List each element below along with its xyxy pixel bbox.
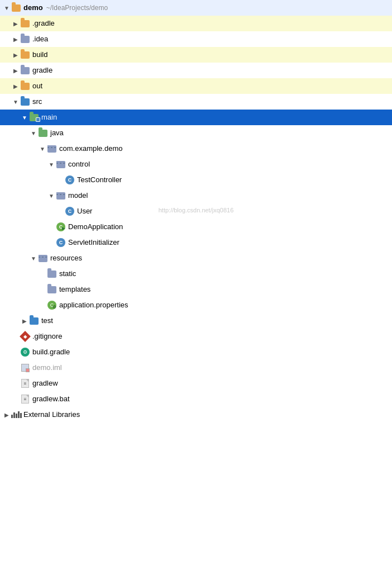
tree-label-model-pkg: model <box>68 188 388 203</box>
tree-arrow-main-dir <box>20 113 29 122</box>
tree-item-idea-dir[interactable]: .idea <box>0 31 392 47</box>
tree-arrow-idea-dir <box>11 35 20 44</box>
folder-gray-icon <box>20 65 30 75</box>
tree-label-gradle-dir2: gradle <box>32 63 388 78</box>
tree-arrow-gradle-dir2 <box>11 66 20 75</box>
tree-item-control-pkg[interactable]: control <box>0 156 392 172</box>
tree-label-servletinitializer: ServletInitializer <box>68 235 388 250</box>
tree-item-app-properties[interactable]: Capplication.properties <box>0 297 392 313</box>
tree-item-test-dir[interactable]: test <box>0 313 392 329</box>
folder-orange-icon <box>20 18 30 29</box>
tree-label-static-dir: static <box>59 266 388 282</box>
folder-orange-icon <box>20 50 30 60</box>
folder-src-icon <box>29 316 39 326</box>
file-tree: demo~/IdeaProjects/demo.gradle.ideabuild… <box>0 0 392 423</box>
tree-label-user-class: User <box>77 203 388 219</box>
tree-arrow-resources-dir <box>29 254 38 263</box>
folder-main-icon <box>29 112 39 122</box>
folder-package-icon <box>56 191 66 201</box>
tree-label-build-dir: build <box>32 47 388 63</box>
properties-icon: C <box>47 300 57 310</box>
tree-item-demo-iml[interactable]: demo.iml <box>0 360 392 376</box>
tree-label-build-gradle: build.gradle <box>32 344 388 360</box>
tree-label-resources-dir: resources <box>50 250 388 266</box>
tree-label-gradle-dir: .gradle <box>32 16 388 31</box>
tree-label-demoapplication: DemoApplication <box>68 219 388 235</box>
git-icon: ◆ <box>20 331 30 341</box>
tree-label-main-dir: main <box>41 110 388 125</box>
tree-arrow-test-dir <box>20 316 29 325</box>
tree-arrow-gradle-dir <box>11 19 20 28</box>
spring-application-icon: C <box>56 222 66 232</box>
tree-label-demo: demo~/IdeaProjects/demo <box>23 0 388 16</box>
tree-item-ext-libs[interactable]: External Libraries <box>0 407 392 423</box>
tree-label-java-dir: java <box>50 125 388 141</box>
tree-item-testcontroller[interactable]: CTestController <box>0 172 392 188</box>
tree-arrow-ext-libs <box>2 410 11 419</box>
gradle-icon <box>20 347 30 357</box>
tree-label-out-dir: out <box>32 78 388 94</box>
tree-label-control-pkg: control <box>68 156 388 172</box>
tree-label-gradlew: gradlew <box>32 376 388 391</box>
tree-label-gitignore: .gitignore <box>32 329 388 344</box>
tree-item-resources-dir[interactable]: resources <box>0 250 392 266</box>
file-icon: ≡ <box>20 394 30 404</box>
tree-item-main-dir[interactable]: main <box>0 110 392 125</box>
tree-item-com-pkg[interactable]: com.example.demo <box>0 141 392 156</box>
tree-label-test-dir: test <box>41 313 388 329</box>
folder-resources-icon <box>38 253 48 263</box>
tree-item-demoapplication[interactable]: CDemoApplication <box>0 219 392 235</box>
tree-label-testcontroller: TestController <box>77 172 388 188</box>
tree-arrow-out-dir <box>11 82 20 91</box>
tree-item-servletinitializer[interactable]: CServletInitializer <box>0 235 392 250</box>
project-name: demo <box>23 3 43 12</box>
tree-label-src-dir: src <box>32 94 388 110</box>
tree-label-ext-libs: External Libraries <box>23 407 388 423</box>
tree-arrow-src-dir <box>11 97 20 106</box>
project-path: ~/IdeaProjects/demo <box>46 4 108 12</box>
tree-item-java-dir[interactable]: java <box>0 125 392 141</box>
tree-arrow-build-dir <box>11 50 20 59</box>
tree-arrow-demo <box>2 3 11 12</box>
folder-gray-icon <box>20 34 30 44</box>
tree-label-idea-dir: .idea <box>32 31 388 47</box>
folder-package-icon <box>56 159 66 169</box>
tree-item-model-pkg[interactable]: model <box>0 188 392 203</box>
tree-item-out-dir[interactable]: out <box>0 78 392 94</box>
tree-arrow-com-pkg <box>38 144 47 153</box>
folder-src-icon <box>20 97 30 107</box>
class-icon: C <box>65 206 75 216</box>
tree-label-gradlew-bat: gradlew.bat <box>32 391 388 407</box>
tree-arrow-control-pkg <box>47 160 56 169</box>
folder-java-icon <box>38 128 48 138</box>
tree-item-static-dir[interactable]: static <box>0 266 392 282</box>
tree-arrow-java-dir <box>29 129 38 137</box>
iml-icon <box>20 363 30 373</box>
external-libraries-icon <box>11 410 21 420</box>
file-icon: ≡ <box>20 378 30 388</box>
tree-arrow-model-pkg <box>47 191 56 200</box>
tree-item-demo[interactable]: demo~/IdeaProjects/demo <box>0 0 392 16</box>
folder-gray-icon <box>47 284 57 295</box>
tree-item-gitignore[interactable]: ◆.gitignore <box>0 329 392 344</box>
class-icon: C <box>65 175 75 185</box>
tree-item-build-dir[interactable]: build <box>0 47 392 63</box>
tree-item-src-dir[interactable]: src <box>0 94 392 110</box>
folder-package-icon <box>47 144 57 154</box>
tree-item-gradle-dir[interactable]: .gradle <box>0 16 392 31</box>
tree-item-gradlew[interactable]: ≡gradlew <box>0 376 392 391</box>
tree-label-templates-dir: templates <box>59 282 388 297</box>
tree-item-build-gradle[interactable]: build.gradle <box>0 344 392 360</box>
tree-label-demo-iml: demo.iml <box>32 360 388 376</box>
tree-item-templates-dir[interactable]: templates <box>0 282 392 297</box>
folder-gray-icon <box>47 269 57 279</box>
folder-orange-icon <box>11 3 21 13</box>
class-icon: C <box>56 238 66 248</box>
tree-item-gradlew-bat[interactable]: ≡gradlew.bat <box>0 391 392 407</box>
tree-label-app-properties: application.properties <box>59 297 388 313</box>
folder-orange-icon <box>20 81 30 91</box>
tree-item-gradle-dir2[interactable]: gradle <box>0 63 392 78</box>
tree-label-com-pkg: com.example.demo <box>59 141 388 156</box>
tree-item-user-class[interactable]: CUserhttp://blog.csdn.net/jxq0816 <box>0 203 392 219</box>
